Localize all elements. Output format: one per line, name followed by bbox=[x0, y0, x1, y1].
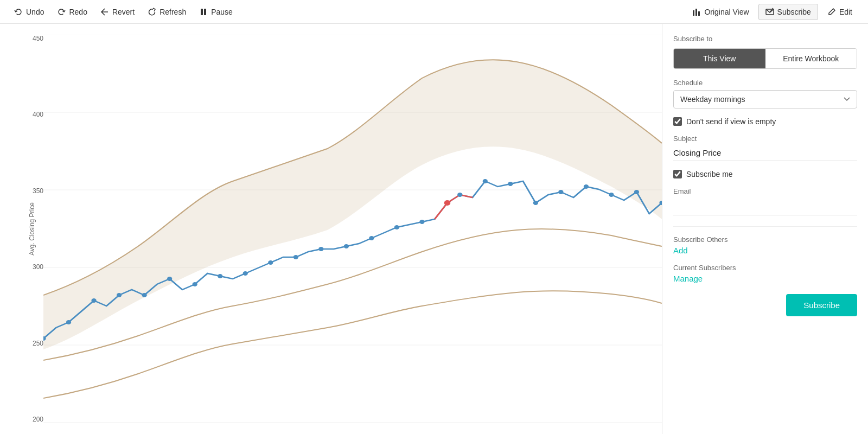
undo-label: Undo bbox=[26, 8, 44, 16]
y-tick-200: 200 bbox=[27, 416, 43, 423]
data-point bbox=[483, 179, 488, 183]
data-point bbox=[369, 236, 374, 240]
data-point bbox=[457, 193, 462, 197]
svg-rect-3 bbox=[695, 9, 697, 16]
email-section: Email bbox=[673, 187, 857, 215]
dont-send-empty-label[interactable]: Don't send if view is empty bbox=[686, 117, 776, 126]
add-link[interactable]: Add bbox=[673, 246, 857, 255]
dont-send-empty-row: Don't send if view is empty bbox=[673, 117, 857, 126]
chart-svg bbox=[43, 35, 662, 423]
chart-icon bbox=[692, 8, 701, 16]
red-point bbox=[444, 200, 451, 206]
svg-rect-4 bbox=[698, 11, 700, 16]
data-point bbox=[293, 255, 298, 259]
data-point bbox=[167, 277, 172, 281]
data-point bbox=[268, 260, 273, 265]
y-tick-250: 250 bbox=[27, 340, 43, 347]
redo-button[interactable]: Redo bbox=[52, 4, 92, 20]
undo-button[interactable]: Undo bbox=[9, 4, 49, 20]
y-tick-300: 300 bbox=[27, 263, 43, 271]
pause-icon bbox=[199, 8, 208, 16]
divider bbox=[673, 226, 857, 227]
y-tick-400: 400 bbox=[27, 111, 43, 118]
email-label: Email bbox=[673, 187, 857, 195]
refresh-icon bbox=[148, 8, 156, 16]
current-subscribers-label: Current Subscribers bbox=[673, 264, 857, 272]
edit-button[interactable]: Edit bbox=[820, 4, 859, 20]
dont-send-empty-checkbox[interactable] bbox=[673, 117, 682, 126]
subject-label: Subject bbox=[673, 135, 857, 143]
chart-area: Avg. Closing Price 450 400 350 300 250 2… bbox=[0, 24, 662, 434]
original-view-button[interactable]: Original View bbox=[685, 4, 756, 20]
y-tick-450: 450 bbox=[27, 35, 43, 42]
data-point bbox=[91, 298, 96, 303]
data-point bbox=[243, 271, 248, 276]
y-tick-350: 350 bbox=[27, 187, 43, 195]
data-point bbox=[318, 247, 323, 251]
data-point bbox=[609, 193, 614, 197]
schedule-select[interactable]: Weekday mornings Daily Weekly Monthly bbox=[673, 90, 857, 108]
upper-band-fill bbox=[43, 60, 662, 349]
data-point bbox=[634, 190, 639, 194]
subscribe-nav-label: Subscribe bbox=[777, 8, 811, 16]
original-view-label: Original View bbox=[704, 8, 749, 16]
revert-button[interactable]: Revert bbox=[95, 4, 140, 20]
y-axis-ticks: 450 400 350 300 250 200 bbox=[27, 35, 43, 423]
data-point bbox=[394, 225, 399, 229]
redo-icon bbox=[57, 8, 66, 16]
subscribe-toggle: This View Entire Workbook bbox=[673, 48, 857, 69]
revert-icon bbox=[100, 8, 109, 16]
email-icon bbox=[765, 8, 774, 16]
subscribe-button[interactable]: Subscribe bbox=[758, 4, 818, 20]
data-point bbox=[193, 282, 197, 286]
pause-label: Pause bbox=[211, 8, 233, 16]
subscribe-me-row: Subscribe me bbox=[673, 170, 857, 178]
data-point bbox=[344, 244, 349, 248]
data-point bbox=[419, 220, 424, 224]
toolbar-right: Original View Subscribe Edit bbox=[685, 4, 859, 20]
data-point bbox=[66, 320, 71, 324]
undo-icon bbox=[14, 8, 23, 16]
subscribe-me-label[interactable]: Subscribe me bbox=[686, 170, 733, 178]
manage-link[interactable]: Manage bbox=[673, 274, 857, 283]
email-input[interactable] bbox=[673, 197, 857, 215]
subscribe-submit-button[interactable]: Subscribe bbox=[786, 294, 857, 316]
refresh-label: Refresh bbox=[159, 8, 186, 16]
subscribe-to-label: Subscribe to bbox=[673, 35, 857, 43]
svg-rect-0 bbox=[201, 9, 203, 15]
data-point bbox=[218, 274, 222, 278]
edit-icon bbox=[827, 8, 836, 16]
data-point bbox=[508, 182, 513, 186]
red-segment bbox=[435, 195, 473, 219]
subscribe-me-checkbox[interactable] bbox=[673, 170, 682, 178]
subscribe-others-label: Subscribe Others bbox=[673, 235, 857, 244]
refresh-button[interactable]: Refresh bbox=[142, 4, 192, 20]
this-view-button[interactable]: This View bbox=[674, 49, 765, 68]
revert-label: Revert bbox=[112, 8, 135, 16]
pause-button[interactable]: Pause bbox=[194, 4, 238, 20]
entire-workbook-button[interactable]: Entire Workbook bbox=[765, 49, 857, 68]
subject-value: Closing Price bbox=[673, 145, 857, 161]
toolbar: Undo Redo Revert Refresh Pause bbox=[0, 0, 868, 24]
svg-rect-2 bbox=[693, 10, 694, 16]
redo-label: Redo bbox=[69, 8, 87, 16]
lower-lower-band-line bbox=[43, 291, 662, 398]
schedule-label: Schedule bbox=[673, 79, 857, 87]
main-area: Avg. Closing Price 450 400 350 300 250 2… bbox=[0, 24, 868, 434]
chart-svg-container bbox=[43, 35, 662, 423]
data-point bbox=[117, 293, 122, 297]
data-point bbox=[142, 293, 146, 297]
subscribe-panel: Subscribe to This View Entire Workbook S… bbox=[662, 24, 868, 434]
svg-rect-1 bbox=[204, 9, 206, 15]
data-point bbox=[558, 190, 563, 194]
data-point bbox=[584, 184, 589, 189]
data-point bbox=[533, 201, 538, 205]
edit-label: Edit bbox=[839, 8, 852, 16]
